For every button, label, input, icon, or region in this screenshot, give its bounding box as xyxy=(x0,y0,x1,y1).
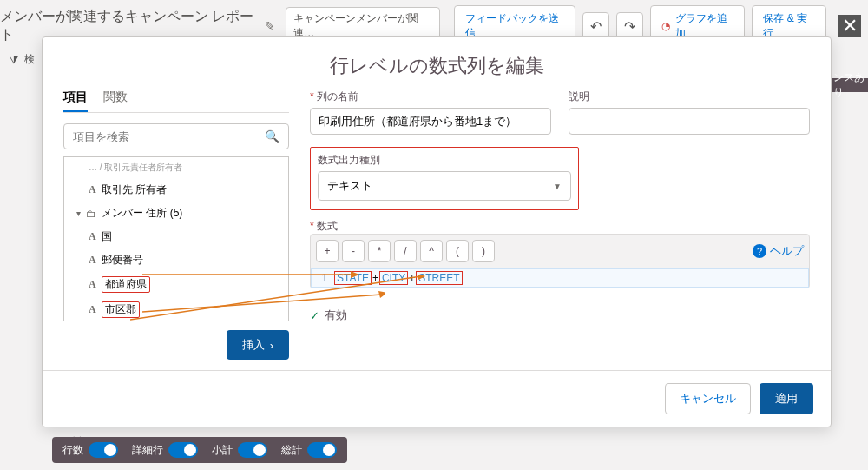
toggle-subtotal[interactable]: 小計 xyxy=(212,442,267,458)
filter-icon[interactable]: ⧩ xyxy=(9,52,19,67)
chevron-down-icon: ▾ xyxy=(76,209,81,218)
help-link[interactable]: ? ヘルプ xyxy=(753,243,804,259)
formula-label: 数式 xyxy=(310,219,810,234)
token-street[interactable]: STREET xyxy=(416,271,462,285)
apply-button[interactable]: 適用 xyxy=(760,383,813,414)
tab-fields[interactable]: 項目 xyxy=(63,89,88,112)
type-text-icon: A xyxy=(89,183,96,196)
chevron-down-icon: ▼ xyxy=(553,182,562,191)
formula-editor[interactable]: 1 STATE+CITY+STREET xyxy=(310,268,810,288)
toggle-detail[interactable]: 詳細行 xyxy=(132,442,198,458)
edit-formula-column-modal: 行レベルの数式列を編集 項目 関数 🔍 … / 取引元責任者所有者 A取引先 所… xyxy=(42,36,832,427)
insert-button[interactable]: 挿入 › xyxy=(227,330,289,360)
type-text-icon: A xyxy=(89,278,96,291)
tab-functions[interactable]: 関数 xyxy=(103,89,128,112)
op-mul[interactable]: * xyxy=(368,240,391,262)
fields-panel: 項目 関数 🔍 … / 取引元責任者所有者 A取引先 所有者 ▾🗀メンバー 住所… xyxy=(63,89,289,360)
help-icon: ? xyxy=(753,244,766,258)
list-item-postal[interactable]: A郵便番号 xyxy=(64,248,288,272)
check-icon: ✓ xyxy=(310,309,319,322)
modal-title: 行レベルの数式列を編集 xyxy=(43,37,831,89)
formula-editor-panel: 列の名前 説明 数式出力種別 テキスト ▼ 数式 + - xyxy=(310,89,810,360)
panel-tabs: 項目 関数 xyxy=(63,89,289,113)
list-item-country[interactable]: A国 xyxy=(64,225,288,248)
op-div[interactable]: / xyxy=(394,240,417,262)
search-input[interactable] xyxy=(73,130,260,143)
type-text-icon: A xyxy=(89,303,96,316)
token-state[interactable]: STATE xyxy=(334,271,372,285)
type-text-icon: A xyxy=(89,254,96,267)
op-pow[interactable]: ^ xyxy=(420,240,443,262)
search-icon: 🔍 xyxy=(265,129,279,143)
toggle-rows[interactable]: 行数 xyxy=(62,442,118,458)
type-text-icon: A xyxy=(89,230,96,243)
op-lparen[interactable]: ( xyxy=(446,240,469,262)
folder-icon: 🗀 xyxy=(86,208,96,220)
toggle-total[interactable]: 総計 xyxy=(281,442,337,458)
list-item-state[interactable]: A都道府県 xyxy=(64,272,288,297)
display-options-bar: 行数 詳細行 小計 総計 xyxy=(52,437,347,463)
field-list[interactable]: … / 取引元責任者所有者 A取引先 所有者 ▾🗀メンバー 住所 (5) A国 … xyxy=(63,156,289,321)
close-icon[interactable]: ✕ xyxy=(838,15,861,37)
op-rparen[interactable]: ) xyxy=(472,240,495,262)
column-name-label: 列の名前 xyxy=(310,89,551,104)
description-label: 説明 xyxy=(569,89,810,104)
background-column-header: ンスあり xyxy=(830,78,868,92)
chart-icon: ◔ xyxy=(661,20,670,32)
token-city[interactable]: CITY xyxy=(379,271,408,285)
output-type-group: 数式出力種別 テキスト ▼ xyxy=(310,147,579,210)
search-input-wrap[interactable]: 🔍 xyxy=(63,123,289,149)
chevron-right-icon: › xyxy=(270,339,273,352)
list-item-owner[interactable]: A取引先 所有者 xyxy=(64,178,288,202)
modal-footer: キャンセル 適用 xyxy=(43,370,831,427)
description-input[interactable] xyxy=(569,108,810,135)
cancel-button[interactable]: キャンセル xyxy=(665,383,751,414)
line-number: 1 xyxy=(317,272,327,284)
list-item-city[interactable]: A市区郡 xyxy=(64,297,288,321)
formula-toolbar: + - * / ^ ( ) ? ヘルプ xyxy=(310,234,810,268)
edit-title-icon[interactable]: ✎ xyxy=(261,16,279,36)
output-type-label: 数式出力種別 xyxy=(318,153,571,168)
op-minus[interactable]: - xyxy=(342,240,365,262)
filter-label: 検 xyxy=(24,52,35,67)
output-type-select[interactable]: テキスト ▼ xyxy=(318,171,571,201)
list-group-member-address[interactable]: ▾🗀メンバー 住所 (5) xyxy=(64,202,288,225)
list-item[interactable]: … / 取引元責任者所有者 xyxy=(64,157,288,178)
op-plus[interactable]: + xyxy=(316,240,339,262)
validation-status: ✓ 有効 xyxy=(310,308,810,323)
column-name-input[interactable] xyxy=(310,108,551,135)
